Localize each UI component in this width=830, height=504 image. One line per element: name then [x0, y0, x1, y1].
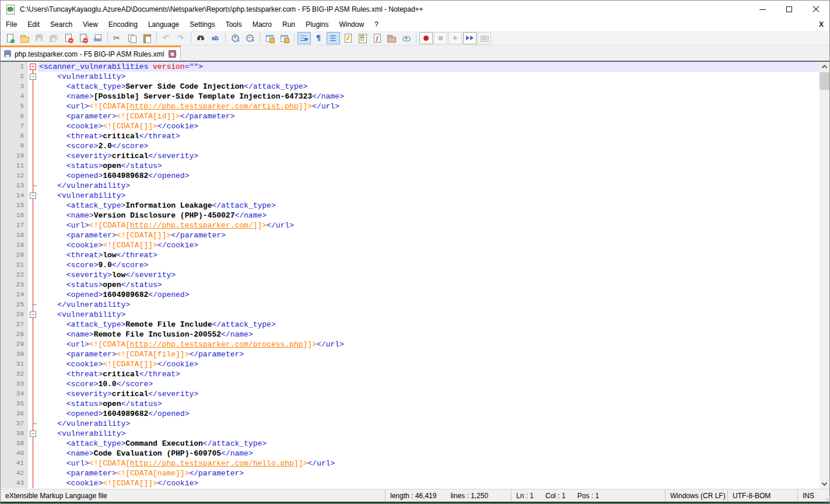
menu-item-help[interactable]: ?: [369, 19, 384, 30]
code-line[interactable]: 6 <parameter><![CDATA[id]]></parameter>: [1, 111, 820, 121]
code-line[interactable]: 26 <vulnerability>: [1, 310, 820, 320]
word-wrap-button[interactable]: [297, 32, 311, 44]
document-map-button[interactable]: [356, 32, 369, 44]
show-indent-guide-button[interactable]: [327, 32, 340, 44]
code-line[interactable]: 7 <cookie><![CDATA[]]></cookie>: [1, 121, 820, 131]
zoom-out-button[interactable]: [243, 32, 257, 44]
menu-item-settings[interactable]: Settings: [184, 19, 220, 30]
scrollbar-thumb[interactable]: [820, 72, 829, 90]
code-line[interactable]: 32 <threat>critical</threat>: [1, 369, 820, 379]
minimize-button[interactable]: [749, 1, 776, 18]
code-line[interactable]: 28 <name>Remote File Inclusion-200552</n…: [1, 330, 820, 340]
vertical-scrollbar[interactable]: [820, 62, 829, 489]
menubar-close-icon[interactable]: X: [813, 20, 829, 29]
code-line[interactable]: 33 <score>10.0</score>: [1, 379, 820, 389]
code-line[interactable]: 22 <severity>low</severity>: [1, 270, 820, 280]
close-button[interactable]: [803, 1, 829, 18]
cut-button[interactable]: [111, 32, 124, 44]
open-file-button[interactable]: [18, 32, 31, 44]
code-line[interactable]: 2 <vulnerability>: [1, 72, 820, 82]
macro-record-button[interactable]: [419, 32, 433, 44]
code-line[interactable]: 27 <attack_type>Remote File Include</att…: [1, 320, 820, 330]
code-line[interactable]: 23 <status>open</status>: [1, 280, 820, 290]
folder-as-workspace-button[interactable]: [385, 32, 398, 44]
code-line[interactable]: 41 <url><![CDATA[http://php.testsparker.…: [1, 459, 820, 468]
code-line[interactable]: 10 <severity>critical</severity>: [1, 151, 820, 161]
new-file-button[interactable]: [3, 32, 17, 44]
resize-grip[interactable]: [821, 489, 829, 502]
code-line[interactable]: 1<scanner_vulnerabilities version="">: [1, 62, 820, 72]
tab-php-testsparker-f5-bigip-asm-rules[interactable]: php.testsparker.com - F5 BIG-IP ASM Rule…: [1, 46, 181, 61]
paste-button[interactable]: [140, 32, 153, 44]
code-line[interactable]: 42 <parameter><![CDATA[name]]></paramete…: [1, 468, 820, 478]
code-line[interactable]: 8 <threat>critical</threat>: [1, 131, 820, 141]
menu-item-tools[interactable]: Tools: [220, 19, 247, 30]
status-encoding[interactable]: UTF-8-BOM: [728, 489, 798, 502]
menu-item-search[interactable]: Search: [45, 19, 78, 30]
replace-button[interactable]: [209, 32, 222, 44]
close-file-button[interactable]: [62, 32, 75, 44]
print-button[interactable]: [91, 32, 104, 44]
code-line[interactable]: 39 <attack_type>Command Execution</attac…: [1, 439, 820, 449]
code-line[interactable]: 4 <name>[Possible] Server-Side Template …: [1, 92, 820, 102]
menu-item-encoding[interactable]: Encoding: [103, 19, 143, 30]
maximize-button[interactable]: [776, 1, 803, 18]
fold-collapse-icon[interactable]: [30, 312, 36, 318]
menu-item-window[interactable]: Window: [334, 19, 369, 30]
status-insert-mode[interactable]: INS: [798, 489, 821, 502]
code-line[interactable]: 38 <vulnerability>: [1, 429, 820, 439]
save-all-button[interactable]: [47, 32, 61, 44]
menu-item-run[interactable]: Run: [277, 19, 300, 30]
macro-stop-button[interactable]: [434, 32, 447, 44]
status-eol-format[interactable]: Windows (CR LF): [666, 489, 728, 502]
fold-collapse-icon[interactable]: [30, 192, 36, 199]
code-line[interactable]: 31 <cookie><![CDATA[]]></cookie>: [1, 359, 820, 369]
code-line[interactable]: 17 <url><![CDATA[http://php.testsparker.…: [1, 220, 820, 230]
code-line[interactable]: 20 <threat>low</threat>: [1, 250, 820, 260]
copy-button[interactable]: [125, 32, 139, 44]
code-line[interactable]: 24 <opened>1604989682</opened>: [1, 290, 820, 300]
macro-save-button[interactable]: [478, 32, 491, 44]
code-line[interactable]: 9 <score>2.0</score>: [1, 141, 820, 151]
macro-play-button[interactable]: [449, 32, 462, 44]
redo-button[interactable]: [174, 32, 188, 44]
code-line[interactable]: 19 <cookie><![CDATA[]]></cookie>: [1, 240, 820, 250]
code-line[interactable]: 5 <url><![CDATA[http://php.testsparker.c…: [1, 102, 820, 111]
code-line[interactable]: 3 <attack_type>Server Side Code Injectio…: [1, 82, 820, 92]
code-line[interactable]: 35 <status>open</status>: [1, 399, 820, 409]
menu-item-view[interactable]: View: [78, 19, 103, 30]
code-line[interactable]: 36 <opened>1604989682</opened>: [1, 409, 820, 419]
define-language-button[interactable]: [341, 32, 355, 44]
editor-text-area[interactable]: 1<scanner_vulnerabilities version="">2 <…: [1, 62, 820, 489]
code-line[interactable]: 13 </vulnerability>: [1, 181, 820, 191]
menu-item-plugins[interactable]: Plugins: [300, 19, 334, 30]
code-line[interactable]: 14 <vulnerability>: [1, 191, 820, 201]
menu-item-file[interactable]: File: [1, 19, 22, 30]
sync-vertical-button[interactable]: [263, 32, 276, 44]
code-line[interactable]: 21 <score>9.0</score>: [1, 260, 820, 270]
undo-button[interactable]: [160, 32, 173, 44]
function-list-button[interactable]: [370, 32, 384, 44]
menu-item-macro[interactable]: Macro: [247, 19, 277, 30]
fold-collapse-icon[interactable]: [30, 64, 36, 70]
code-line[interactable]: 30 <parameter><![CDATA[file]]></paramete…: [1, 349, 820, 359]
tab-close-icon[interactable]: [169, 50, 176, 58]
close-all-button[interactable]: [76, 32, 90, 44]
code-line[interactable]: 40 <name>Code Evaluation (PHP)-609705</n…: [1, 449, 820, 459]
code-line[interactable]: 11 <status>open</status>: [1, 161, 820, 171]
zoom-in-button[interactable]: [229, 32, 242, 44]
code-line[interactable]: 25 </vulnerability>: [1, 300, 820, 310]
fold-collapse-icon[interactable]: [30, 430, 36, 437]
show-all-characters-button[interactable]: [312, 32, 325, 44]
code-line[interactable]: 37 </vulnerability>: [1, 419, 820, 429]
code-line[interactable]: 43 <cookie><![CDATA[]]></cookie>: [1, 478, 820, 488]
code-line[interactable]: 34 <severity>critical</severity>: [1, 389, 820, 399]
save-file-button[interactable]: [33, 32, 46, 44]
code-line[interactable]: 18 <parameter><![CDATA[]]></parameter>: [1, 230, 820, 240]
code-line[interactable]: 12 <opened>1604989682</opened>: [1, 171, 820, 181]
monitoring-button[interactable]: [400, 32, 413, 44]
macro-run-multiple-button[interactable]: [463, 32, 477, 44]
code-line[interactable]: 29 <url><![CDATA[http://php.testsparker.…: [1, 340, 820, 349]
find-button[interactable]: [194, 32, 208, 44]
sync-horizontal-button[interactable]: [278, 32, 291, 44]
